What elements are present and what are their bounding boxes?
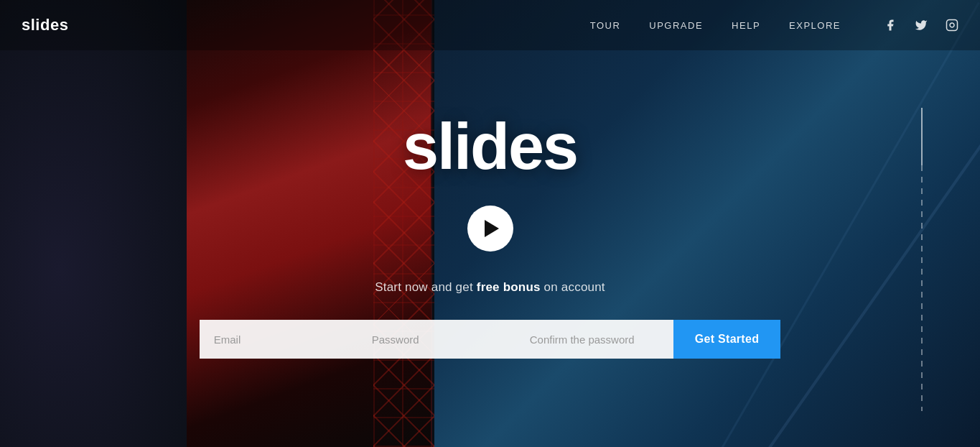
tagline-bold: free bonus	[477, 280, 541, 294]
navbar: slides TOUR UPGRADE HELP EXPLORE	[0, 0, 980, 50]
instagram-icon[interactable]	[946, 19, 958, 32]
tagline-prefix: Start now and get	[375, 280, 477, 294]
nav-upgrade[interactable]: UPGRADE	[649, 20, 703, 31]
get-started-button[interactable]: Get Started	[673, 320, 781, 359]
nav-help[interactable]: HELP	[732, 20, 760, 31]
confirm-password-input[interactable]	[515, 320, 673, 359]
signup-form: Get Started	[200, 320, 781, 359]
brand-logo[interactable]: slides	[22, 16, 68, 34]
hero-title: slides	[403, 110, 577, 184]
email-input[interactable]	[200, 320, 358, 359]
scroll-line-solid	[921, 108, 923, 165]
svg-rect-0	[947, 20, 958, 31]
scroll-line-dashed	[921, 165, 923, 411]
play-button[interactable]	[467, 206, 513, 252]
hero-section: slides TOUR UPGRADE HELP EXPLORE	[0, 0, 980, 447]
play-triangle-icon	[485, 220, 499, 237]
nav-explore[interactable]: EXPLORE	[789, 20, 841, 31]
tagline-suffix: on account	[541, 280, 605, 294]
nav-tour[interactable]: TOUR	[590, 20, 621, 31]
tagline: Start now and get free bonus on account	[375, 280, 605, 295]
social-icons	[884, 19, 958, 32]
scroll-indicator	[921, 108, 923, 411]
hero-content: slides Start now and get free bonus on a…	[0, 0, 980, 447]
facebook-icon[interactable]	[884, 19, 897, 32]
password-input[interactable]	[358, 320, 515, 359]
twitter-icon[interactable]	[915, 19, 928, 32]
nav-links: TOUR UPGRADE HELP EXPLORE	[590, 20, 841, 31]
